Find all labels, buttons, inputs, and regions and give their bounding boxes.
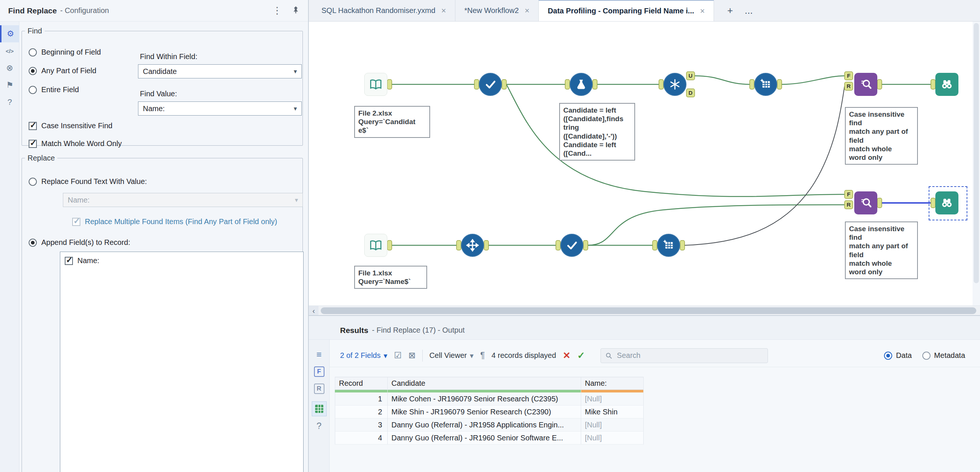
data-radio[interactable]: Data xyxy=(884,351,912,360)
radio-circle[interactable] xyxy=(29,86,37,94)
metadata-radio[interactable]: Metadata xyxy=(922,351,965,360)
tab-data-profiling[interactable]: Data Profiling - Comparing Field Name i.… xyxy=(539,0,714,21)
append-field-name-checkbox[interactable]: Name: xyxy=(65,257,99,265)
tool-find-replace-2[interactable] xyxy=(854,192,877,214)
match-whole-word-checkbox[interactable]: Match Whole Word Only xyxy=(29,139,122,148)
canvas-vertical-scrollbar[interactable] xyxy=(972,22,980,306)
record-cell[interactable]: 3 xyxy=(335,418,388,431)
candidate-cell[interactable]: Mike Shin - JR196079 Senior Research (C2… xyxy=(388,405,581,418)
scrollbar-thumb[interactable] xyxy=(974,23,979,283)
tool-formula[interactable] xyxy=(570,73,593,96)
tab-sql-hackathon[interactable]: SQL Hackathon Randomiser.yxmd × xyxy=(313,0,455,21)
tool-grid-1[interactable] xyxy=(754,73,777,96)
tool-select-2[interactable] xyxy=(560,234,583,257)
record-cell[interactable]: 4 xyxy=(335,431,388,445)
tool-grid-2[interactable] xyxy=(657,234,680,257)
tab-label: Data Profiling - Comparing Field Name i.… xyxy=(548,7,694,15)
close-icon[interactable]: × xyxy=(700,6,705,16)
name-cell[interactable]: [Null] xyxy=(581,393,644,405)
workflow-canvas[interactable]: U D F R F R xyxy=(309,22,980,315)
tool-unique[interactable] xyxy=(663,73,686,96)
radio-any-part-of-field[interactable]: Any Part of Field xyxy=(29,67,96,75)
candidate-cell[interactable]: Danny Guo (Referral) - JR1958 Applicatio… xyxy=(388,418,581,431)
column-header-name[interactable]: Name: xyxy=(581,377,644,390)
search-box[interactable] xyxy=(600,348,768,363)
column-header-record[interactable]: Record xyxy=(335,377,388,390)
radio-circle[interactable] xyxy=(29,239,37,247)
annotation-find-replace-1[interactable]: Case insensitive find match any part of … xyxy=(845,107,918,165)
annotation-formula[interactable]: Candidate = left ([Candidate],finds trin… xyxy=(559,103,635,160)
annotation-input-file2[interactable]: File 2.xlsx Query=`Candidat e$` xyxy=(354,106,430,138)
radio-circle[interactable] xyxy=(29,48,37,57)
deselect-all-icon[interactable]: ⊠ xyxy=(409,350,415,361)
code-icon[interactable]: </> xyxy=(0,42,19,59)
tab-new-workflow2[interactable]: *New Workflow2 × xyxy=(455,0,539,21)
results-splitter[interactable] xyxy=(309,316,980,321)
close-icon[interactable]: × xyxy=(525,6,530,16)
checkbox-box[interactable] xyxy=(29,140,37,148)
menu-dots-icon[interactable]: ⋮ xyxy=(272,5,282,16)
annotation-find-replace-2[interactable]: Case insensitive find match any part of … xyxy=(845,222,918,279)
tool-select-1[interactable] xyxy=(479,73,502,96)
close-icon[interactable]: × xyxy=(441,6,446,16)
select-all-icon[interactable]: ☑ xyxy=(394,350,402,361)
apply-filter-icon[interactable]: ✓ xyxy=(577,350,585,361)
fields-dropdown[interactable]: 2 of 2 Fields ▾ xyxy=(340,351,387,360)
candidate-cell[interactable]: Danny Guo (Referral) - JR1960 Senior Sof… xyxy=(388,431,581,445)
replace-value-dropdown: Name: ▾ xyxy=(63,193,303,207)
table-row[interactable]: 2 Mike Shin - JR196079 Senior Research (… xyxy=(335,405,644,418)
radio-circle[interactable] xyxy=(29,177,37,186)
tool-input-file2[interactable] xyxy=(364,73,387,96)
f-anchor-icon[interactable]: F xyxy=(312,364,327,379)
clear-filter-icon[interactable]: ✕ xyxy=(563,350,571,361)
magnifier-icon xyxy=(858,76,873,92)
scrollbar-thumb[interactable] xyxy=(321,307,976,314)
scroll-left-arrow[interactable]: ‹ xyxy=(309,306,318,315)
pilcrow-icon[interactable]: ¶ xyxy=(480,350,485,361)
candidate-cell[interactable]: Mike Cohen - JR196079 Senior Research (C… xyxy=(388,393,581,405)
column-header-candidate[interactable]: Candidate xyxy=(388,377,581,390)
annotation-input-file1[interactable]: File 1.xlsx Query=`Name$` xyxy=(354,266,427,289)
case-insensitive-checkbox[interactable]: Case Insensitive Find xyxy=(29,122,112,130)
record-cell[interactable]: 1 xyxy=(335,393,388,405)
output-grid-icon[interactable] xyxy=(312,401,327,416)
checkbox-box[interactable] xyxy=(65,257,73,265)
search-input[interactable] xyxy=(616,351,763,360)
name-cell[interactable]: Mike Shin xyxy=(581,405,644,418)
cell-viewer-dropdown[interactable]: Cell Viewer ▾ xyxy=(430,351,474,360)
find-value-dropdown[interactable]: Name: ▾ xyxy=(138,101,302,116)
radio-circle[interactable] xyxy=(29,67,37,75)
new-tab-button[interactable]: + xyxy=(721,0,739,21)
tool-find-replace-1[interactable] xyxy=(854,73,877,96)
checkmark-icon xyxy=(565,238,579,253)
radio-append-fields[interactable]: Append Field(s) to Record: xyxy=(29,238,130,247)
tool-browse-1[interactable] xyxy=(935,73,958,96)
name-cell[interactable]: [Null] xyxy=(581,431,644,445)
radio-label: Entire Field xyxy=(41,86,79,94)
help-icon[interactable]: ? xyxy=(312,418,327,433)
tool-input-file1[interactable] xyxy=(364,234,387,257)
tool-four-arrows[interactable] xyxy=(461,234,484,257)
table-row[interactable]: 4 Danny Guo (Referral) - JR1960 Senior S… xyxy=(335,431,644,445)
record-cell[interactable]: 2 xyxy=(335,405,388,418)
radio-replace-found-text[interactable]: Replace Found Text With Value: xyxy=(29,177,147,186)
r-anchor-icon[interactable]: R xyxy=(312,381,327,396)
name-cell[interactable]: [Null] xyxy=(581,418,644,431)
find-within-field-dropdown[interactable]: Candidate ▾ xyxy=(138,64,302,78)
append-fields-listbox[interactable]: Name: xyxy=(60,252,304,472)
radio-circle[interactable] xyxy=(922,352,931,360)
checkbox-box[interactable] xyxy=(29,122,37,130)
radio-entire-field[interactable]: Entire Field xyxy=(29,86,79,94)
radio-beginning-of-field[interactable]: Beginning of Field xyxy=(29,48,101,57)
table-row[interactable]: 1 Mike Cohen - JR196079 Senior Research … xyxy=(335,393,644,405)
pin-icon[interactable] xyxy=(292,5,300,16)
help-icon[interactable]: ? xyxy=(0,93,19,111)
tag-icon[interactable]: ⚑ xyxy=(0,76,19,93)
canvas-horizontal-scrollbar[interactable]: ‹ xyxy=(309,306,980,315)
gear-icon[interactable]: ⚙ xyxy=(0,25,19,42)
list-view-icon[interactable]: ≡ xyxy=(312,347,327,362)
more-tabs-button[interactable]: ... xyxy=(739,0,758,21)
circle-x-icon[interactable]: ⊗ xyxy=(0,59,19,76)
table-row[interactable]: 3 Danny Guo (Referral) - JR1958 Applicat… xyxy=(335,418,644,431)
radio-circle[interactable] xyxy=(884,352,892,360)
